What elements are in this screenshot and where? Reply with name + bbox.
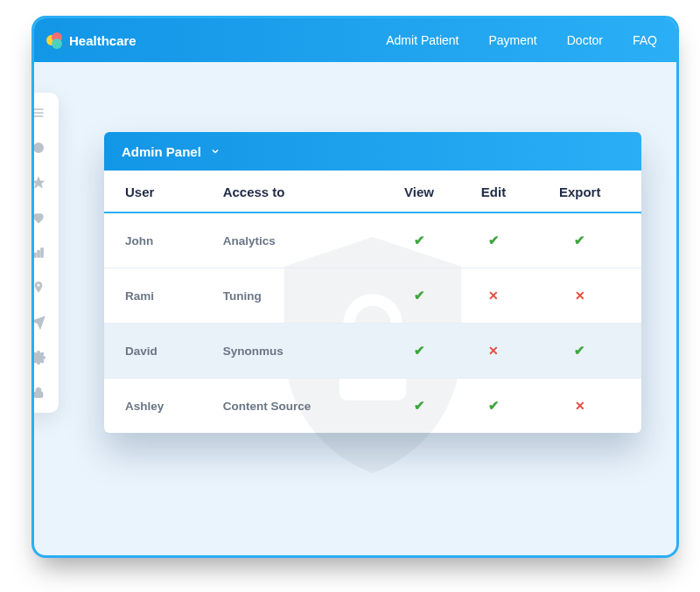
cell-view: ✔: [380, 324, 458, 379]
cross-icon: ✕: [488, 289, 499, 303]
table-row[interactable]: DavidSynonmus✔✕✔: [104, 324, 641, 379]
svg-rect-8: [38, 250, 40, 257]
nav-faq[interactable]: FAQ: [633, 33, 657, 47]
cell-export: ✕: [528, 379, 641, 434]
cell-access: Synonmus: [213, 324, 381, 379]
cell-user: John: [104, 212, 213, 268]
cell-edit: ✕: [458, 268, 529, 324]
cross-icon: ✕: [575, 289, 585, 303]
check-icon: ✔: [414, 343, 425, 358]
gear-icon[interactable]: [32, 350, 46, 366]
check-icon: ✔: [574, 343, 585, 358]
svg-point-5: [38, 147, 38, 148]
top-nav: Admit Patient Payment Doctor FAQ: [386, 33, 657, 47]
admin-panel: Admin Panel User Access to View Edit Exp…: [104, 132, 641, 433]
table-row[interactable]: JohnAnalytics✔✔✔: [104, 212, 641, 268]
permissions-table: User Access to View Edit Export JohnAnal…: [104, 171, 641, 433]
cell-edit: ✕: [458, 324, 529, 379]
brand-logo-icon: [46, 32, 62, 48]
table-row[interactable]: AshleyContent Source✔✔✕: [104, 379, 641, 434]
cell-user: Ashley: [104, 379, 213, 434]
bar-chart-icon[interactable]: [32, 245, 46, 261]
send-icon[interactable]: [32, 315, 46, 331]
target-icon[interactable]: [32, 140, 46, 156]
cell-view: ✔: [380, 212, 458, 268]
app-window: Healthcare Admit Patient Payment Doctor …: [32, 16, 679, 558]
pin-icon[interactable]: [32, 280, 46, 296]
cell-edit: ✔: [458, 212, 529, 268]
cell-user: Rami: [104, 268, 213, 324]
star-icon[interactable]: [32, 175, 46, 191]
cell-view: ✔: [380, 268, 458, 324]
svg-rect-9: [41, 248, 44, 258]
cell-edit: ✔: [458, 379, 529, 434]
cell-access: Content Source: [213, 379, 381, 434]
table-row[interactable]: RamiTuning✔✕✕: [104, 268, 641, 324]
heart-icon[interactable]: [32, 210, 46, 226]
col-export: Export: [528, 171, 641, 212]
brand[interactable]: Healthcare: [46, 32, 136, 48]
cell-user: David: [104, 324, 213, 379]
table-header-row: User Access to View Edit Export: [104, 171, 641, 212]
cross-icon: ✕: [575, 399, 585, 413]
col-user: User: [104, 171, 213, 212]
svg-rect-7: [34, 253, 37, 257]
check-icon: ✔: [574, 233, 585, 247]
cell-export: ✔: [528, 324, 641, 379]
nav-admit-patient[interactable]: Admit Patient: [386, 33, 458, 47]
chevron-down-icon: [210, 146, 220, 157]
col-access: Access to: [213, 171, 381, 212]
check-icon: ✔: [488, 398, 500, 413]
cell-access: Tuning: [213, 268, 381, 324]
col-edit: Edit: [458, 171, 529, 212]
sidebar: [32, 93, 59, 413]
menu-icon[interactable]: [32, 105, 46, 121]
panel-header[interactable]: Admin Panel: [104, 132, 641, 171]
panel-title: Admin Panel: [122, 144, 201, 159]
check-icon: ✔: [414, 288, 425, 303]
cell-export: ✔: [528, 212, 641, 268]
content-area: Admin Panel User Access to View Edit Exp…: [34, 62, 676, 555]
nav-payment[interactable]: Payment: [489, 33, 537, 47]
cell-view: ✔: [380, 379, 458, 434]
svg-marker-6: [32, 177, 44, 188]
topbar: Healthcare Admit Patient Payment Doctor …: [34, 18, 676, 62]
svg-rect-11: [34, 392, 42, 397]
check-icon: ✔: [414, 233, 425, 247]
cell-export: ✕: [528, 268, 641, 324]
col-view: View: [380, 171, 458, 212]
check-icon: ✔: [488, 233, 500, 247]
cell-access: Analytics: [213, 212, 381, 268]
cross-icon: ✕: [488, 344, 499, 358]
nav-doctor[interactable]: Doctor: [567, 33, 603, 47]
brand-name: Healthcare: [69, 33, 136, 48]
lock-icon[interactable]: [32, 385, 46, 400]
check-icon: ✔: [414, 398, 425, 413]
